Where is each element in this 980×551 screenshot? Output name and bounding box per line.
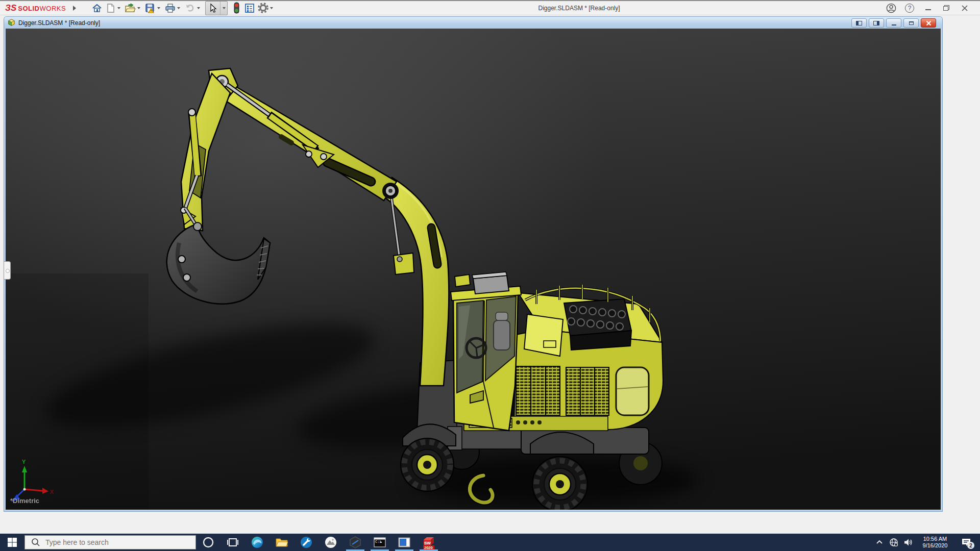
minimize-button[interactable] <box>919 2 937 15</box>
clock-time: 10:56 AM <box>915 536 955 542</box>
doc-minimize-icon <box>892 24 896 26</box>
doc-restore-button[interactable] <box>903 18 919 28</box>
open-folder-icon <box>124 3 136 14</box>
system-tray: 10:56 AM 9/16/2020 2 <box>872 534 980 551</box>
assembly-document-icon <box>8 19 15 27</box>
taskbar-item-cortana[interactable] <box>196 534 220 551</box>
app-titlebar: ЗS SOLID WORKS <box>0 0 980 15</box>
start-button[interactable] <box>0 534 24 551</box>
tray-clock[interactable]: 10:56 AM 9/16/2020 <box>915 536 955 549</box>
triad-x-label: X <box>50 489 54 495</box>
undo-icon <box>184 3 195 14</box>
taskbar-item-app-window[interactable] <box>392 534 416 551</box>
minimize-icon <box>925 9 931 10</box>
logo-text-bold: SOLID <box>18 5 39 12</box>
front-wheel <box>401 438 454 491</box>
app-window-icon <box>398 536 411 549</box>
doc-close-button[interactable] <box>921 18 936 28</box>
quick-access-toolbar <box>90 1 276 15</box>
open-button[interactable] <box>124 2 137 15</box>
action-center-button[interactable]: 2 <box>955 534 977 551</box>
options-dropdown-icon[interactable] <box>270 7 273 9</box>
doc-split-left-button[interactable] <box>851 18 867 28</box>
panel-left-icon <box>856 21 862 26</box>
logo-mark: ЗS <box>5 3 16 13</box>
document-window: Digger.SLDASM * [Read-only] <box>4 17 942 511</box>
close-button[interactable] <box>955 2 974 15</box>
user-account-icon <box>886 3 897 14</box>
restore-icon <box>943 5 949 11</box>
clock-date: 9/16/2020 <box>915 542 955 549</box>
print-button[interactable] <box>163 2 177 15</box>
desktop: { "app": { "brand": {"mark": "ЗS", "bold… <box>0 0 980 551</box>
taskbar-item-photos[interactable] <box>318 534 343 551</box>
search-input[interactable] <box>44 538 184 547</box>
open-dropdown-icon[interactable] <box>137 7 140 9</box>
undo-button[interactable] <box>183 2 197 15</box>
options-button[interactable] <box>256 2 270 15</box>
cortana-icon <box>202 536 214 548</box>
help-button[interactable]: ? <box>900 2 919 15</box>
triad-y-label: Y <box>22 459 26 465</box>
select-dropdown-button[interactable] <box>220 2 227 15</box>
file-explorer-icon <box>275 536 288 549</box>
taskbar-item-terminal[interactable]: C:\ <box>368 534 392 551</box>
rebuild-button[interactable] <box>230 2 243 15</box>
close-icon <box>961 5 968 12</box>
wrench-tool-icon <box>300 536 313 549</box>
solidworks-2020-icon: SW 2020 <box>422 535 436 549</box>
task-view-icon <box>227 536 239 548</box>
tray-volume-button[interactable] <box>901 534 915 551</box>
windows-logo-icon <box>7 537 17 547</box>
hexagon-app-icon <box>349 536 362 549</box>
home-button[interactable] <box>90 2 104 15</box>
windows-taskbar: C:\ SW 2020 <box>0 534 980 551</box>
app-window-controls: ? <box>882 2 974 15</box>
tray-chevron-button[interactable] <box>872 534 887 551</box>
workspace-background: Digger.SLDASM * [Read-only] <box>0 15 980 534</box>
rebuild-traffic-light-icon <box>231 2 241 14</box>
tray-network-button[interactable] <box>887 534 901 551</box>
doc-split-right-button[interactable] <box>869 18 884 28</box>
new-document-icon <box>105 3 116 14</box>
select-arrow-icon <box>208 3 218 13</box>
save-button[interactable] <box>143 2 157 15</box>
speaker-icon <box>903 538 913 547</box>
new-document-button[interactable] <box>104 2 117 15</box>
taskbar-item-file-explorer[interactable] <box>270 534 294 551</box>
file-properties-button[interactable] <box>243 2 256 15</box>
feature-tree-collapse-tab[interactable] <box>4 261 11 280</box>
collapse-tab-dot-icon <box>6 269 10 273</box>
taskbar-item-solidworks[interactable]: SW 2020 <box>416 534 441 551</box>
restore-button[interactable] <box>937 2 955 15</box>
taskbar-item-edge[interactable] <box>245 534 270 551</box>
help-icon: ? <box>905 4 914 13</box>
save-icon <box>144 3 156 14</box>
taskbar-search[interactable] <box>24 535 196 549</box>
taskbar-item-task-view[interactable] <box>220 534 245 551</box>
select-tool-button[interactable] <box>206 2 220 15</box>
doc-close-icon <box>926 20 932 26</box>
3d-viewport[interactable]: Y X *Dimetric <box>6 29 941 510</box>
login-button[interactable] <box>882 2 900 15</box>
document-window-controls <box>851 18 936 28</box>
print-icon <box>164 3 176 14</box>
view-orientation-label: *Dimetric <box>10 497 39 505</box>
sw-cube-letters: SW <box>424 541 431 545</box>
cab <box>451 272 521 431</box>
solidworks-logo: ЗS SOLID WORKS <box>5 3 66 13</box>
file-properties-icon <box>244 3 255 14</box>
taskbar-item-settings-tool[interactable] <box>294 534 318 551</box>
excavator-model-render: Y X <box>6 29 941 510</box>
document-titlebar[interactable]: Digger.SLDASM * [Read-only] <box>4 17 942 29</box>
new-dropdown-icon[interactable] <box>117 7 120 9</box>
print-dropdown-icon[interactable] <box>177 7 180 9</box>
terminal-icon: C:\ <box>373 536 386 549</box>
rear-wheel <box>532 457 587 510</box>
doc-restore-icon <box>909 21 914 25</box>
taskbar-item-hexagon-app[interactable] <box>343 534 368 551</box>
undo-dropdown-icon[interactable] <box>197 7 200 9</box>
save-dropdown-icon[interactable] <box>157 7 160 9</box>
menu-flyout-arrow-icon[interactable] <box>73 6 76 11</box>
doc-minimize-button[interactable] <box>886 18 901 28</box>
